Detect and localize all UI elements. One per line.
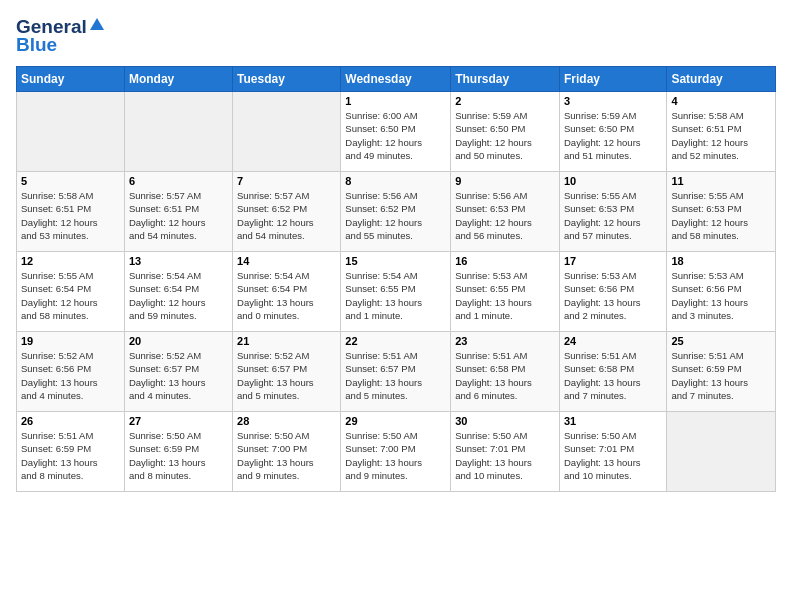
calendar-cell: 21Sunrise: 5:52 AM Sunset: 6:57 PM Dayli…	[233, 332, 341, 412]
day-info: Sunrise: 5:57 AM Sunset: 6:51 PM Dayligh…	[129, 189, 228, 242]
day-info: Sunrise: 5:53 AM Sunset: 6:56 PM Dayligh…	[671, 269, 771, 322]
day-number: 20	[129, 335, 228, 347]
day-info: Sunrise: 5:50 AM Sunset: 7:00 PM Dayligh…	[237, 429, 336, 482]
day-info: Sunrise: 5:52 AM Sunset: 6:57 PM Dayligh…	[129, 349, 228, 402]
day-info: Sunrise: 5:59 AM Sunset: 6:50 PM Dayligh…	[564, 109, 662, 162]
day-info: Sunrise: 5:54 AM Sunset: 6:54 PM Dayligh…	[129, 269, 228, 322]
day-info: Sunrise: 5:55 AM Sunset: 6:54 PM Dayligh…	[21, 269, 120, 322]
day-number: 18	[671, 255, 771, 267]
calendar-cell: 17Sunrise: 5:53 AM Sunset: 6:56 PM Dayli…	[559, 252, 666, 332]
day-number: 13	[129, 255, 228, 267]
day-info: Sunrise: 5:51 AM Sunset: 6:58 PM Dayligh…	[564, 349, 662, 402]
day-number: 12	[21, 255, 120, 267]
day-info: Sunrise: 5:58 AM Sunset: 6:51 PM Dayligh…	[21, 189, 120, 242]
day-number: 6	[129, 175, 228, 187]
day-number: 3	[564, 95, 662, 107]
day-info: Sunrise: 5:57 AM Sunset: 6:52 PM Dayligh…	[237, 189, 336, 242]
header-row: SundayMondayTuesdayWednesdayThursdayFrid…	[17, 67, 776, 92]
day-number: 16	[455, 255, 555, 267]
header-friday: Friday	[559, 67, 666, 92]
day-number: 9	[455, 175, 555, 187]
day-info: Sunrise: 5:51 AM Sunset: 6:59 PM Dayligh…	[21, 429, 120, 482]
day-number: 8	[345, 175, 446, 187]
day-number: 27	[129, 415, 228, 427]
day-info: Sunrise: 5:56 AM Sunset: 6:53 PM Dayligh…	[455, 189, 555, 242]
calendar-cell: 5Sunrise: 5:58 AM Sunset: 6:51 PM Daylig…	[17, 172, 125, 252]
calendar-cell: 3Sunrise: 5:59 AM Sunset: 6:50 PM Daylig…	[559, 92, 666, 172]
calendar-cell: 16Sunrise: 5:53 AM Sunset: 6:55 PM Dayli…	[451, 252, 560, 332]
calendar-cell: 9Sunrise: 5:56 AM Sunset: 6:53 PM Daylig…	[451, 172, 560, 252]
day-info: Sunrise: 5:51 AM Sunset: 6:59 PM Dayligh…	[671, 349, 771, 402]
page-header: General Blue	[16, 16, 776, 56]
day-number: 22	[345, 335, 446, 347]
day-info: Sunrise: 5:52 AM Sunset: 6:57 PM Dayligh…	[237, 349, 336, 402]
calendar-cell: 30Sunrise: 5:50 AM Sunset: 7:01 PM Dayli…	[451, 412, 560, 492]
day-number: 7	[237, 175, 336, 187]
calendar-cell: 24Sunrise: 5:51 AM Sunset: 6:58 PM Dayli…	[559, 332, 666, 412]
header-sunday: Sunday	[17, 67, 125, 92]
calendar-cell: 29Sunrise: 5:50 AM Sunset: 7:00 PM Dayli…	[341, 412, 451, 492]
calendar-table: SundayMondayTuesdayWednesdayThursdayFrid…	[16, 66, 776, 492]
calendar-cell: 15Sunrise: 5:54 AM Sunset: 6:55 PM Dayli…	[341, 252, 451, 332]
week-row-3: 12Sunrise: 5:55 AM Sunset: 6:54 PM Dayli…	[17, 252, 776, 332]
day-info: Sunrise: 5:50 AM Sunset: 7:01 PM Dayligh…	[455, 429, 555, 482]
day-info: Sunrise: 5:59 AM Sunset: 6:50 PM Dayligh…	[455, 109, 555, 162]
calendar-cell: 31Sunrise: 5:50 AM Sunset: 7:01 PM Dayli…	[559, 412, 666, 492]
week-row-1: 1Sunrise: 6:00 AM Sunset: 6:50 PM Daylig…	[17, 92, 776, 172]
calendar-cell: 12Sunrise: 5:55 AM Sunset: 6:54 PM Dayli…	[17, 252, 125, 332]
day-info: Sunrise: 5:53 AM Sunset: 6:56 PM Dayligh…	[564, 269, 662, 322]
day-number: 23	[455, 335, 555, 347]
day-number: 1	[345, 95, 446, 107]
day-number: 26	[21, 415, 120, 427]
day-number: 15	[345, 255, 446, 267]
day-number: 4	[671, 95, 771, 107]
day-info: Sunrise: 5:54 AM Sunset: 6:54 PM Dayligh…	[237, 269, 336, 322]
header-monday: Monday	[124, 67, 232, 92]
calendar-cell	[233, 92, 341, 172]
calendar-cell: 2Sunrise: 5:59 AM Sunset: 6:50 PM Daylig…	[451, 92, 560, 172]
day-info: Sunrise: 5:55 AM Sunset: 6:53 PM Dayligh…	[671, 189, 771, 242]
day-number: 31	[564, 415, 662, 427]
logo-bird-icon	[88, 16, 106, 34]
calendar-cell: 6Sunrise: 5:57 AM Sunset: 6:51 PM Daylig…	[124, 172, 232, 252]
day-number: 17	[564, 255, 662, 267]
calendar-cell	[17, 92, 125, 172]
day-info: Sunrise: 5:50 AM Sunset: 6:59 PM Dayligh…	[129, 429, 228, 482]
day-number: 2	[455, 95, 555, 107]
day-number: 30	[455, 415, 555, 427]
svg-marker-0	[90, 18, 104, 30]
calendar-cell: 20Sunrise: 5:52 AM Sunset: 6:57 PM Dayli…	[124, 332, 232, 412]
calendar-cell: 13Sunrise: 5:54 AM Sunset: 6:54 PM Dayli…	[124, 252, 232, 332]
day-number: 28	[237, 415, 336, 427]
calendar-cell: 10Sunrise: 5:55 AM Sunset: 6:53 PM Dayli…	[559, 172, 666, 252]
day-number: 21	[237, 335, 336, 347]
header-thursday: Thursday	[451, 67, 560, 92]
day-number: 29	[345, 415, 446, 427]
header-tuesday: Tuesday	[233, 67, 341, 92]
day-number: 5	[21, 175, 120, 187]
calendar-cell: 22Sunrise: 5:51 AM Sunset: 6:57 PM Dayli…	[341, 332, 451, 412]
day-info: Sunrise: 5:55 AM Sunset: 6:53 PM Dayligh…	[564, 189, 662, 242]
day-number: 24	[564, 335, 662, 347]
calendar-cell: 19Sunrise: 5:52 AM Sunset: 6:56 PM Dayli…	[17, 332, 125, 412]
day-info: Sunrise: 5:54 AM Sunset: 6:55 PM Dayligh…	[345, 269, 446, 322]
day-info: Sunrise: 5:50 AM Sunset: 7:01 PM Dayligh…	[564, 429, 662, 482]
calendar-cell	[667, 412, 776, 492]
day-info: Sunrise: 6:00 AM Sunset: 6:50 PM Dayligh…	[345, 109, 446, 162]
calendar-cell: 8Sunrise: 5:56 AM Sunset: 6:52 PM Daylig…	[341, 172, 451, 252]
calendar-cell: 1Sunrise: 6:00 AM Sunset: 6:50 PM Daylig…	[341, 92, 451, 172]
calendar-cell: 7Sunrise: 5:57 AM Sunset: 6:52 PM Daylig…	[233, 172, 341, 252]
calendar-cell	[124, 92, 232, 172]
calendar-cell: 18Sunrise: 5:53 AM Sunset: 6:56 PM Dayli…	[667, 252, 776, 332]
day-info: Sunrise: 5:51 AM Sunset: 6:57 PM Dayligh…	[345, 349, 446, 402]
day-info: Sunrise: 5:50 AM Sunset: 7:00 PM Dayligh…	[345, 429, 446, 482]
day-info: Sunrise: 5:58 AM Sunset: 6:51 PM Dayligh…	[671, 109, 771, 162]
day-number: 14	[237, 255, 336, 267]
header-wednesday: Wednesday	[341, 67, 451, 92]
calendar-cell: 11Sunrise: 5:55 AM Sunset: 6:53 PM Dayli…	[667, 172, 776, 252]
logo: General Blue	[16, 16, 106, 56]
week-row-4: 19Sunrise: 5:52 AM Sunset: 6:56 PM Dayli…	[17, 332, 776, 412]
day-number: 11	[671, 175, 771, 187]
calendar-cell: 26Sunrise: 5:51 AM Sunset: 6:59 PM Dayli…	[17, 412, 125, 492]
day-number: 19	[21, 335, 120, 347]
